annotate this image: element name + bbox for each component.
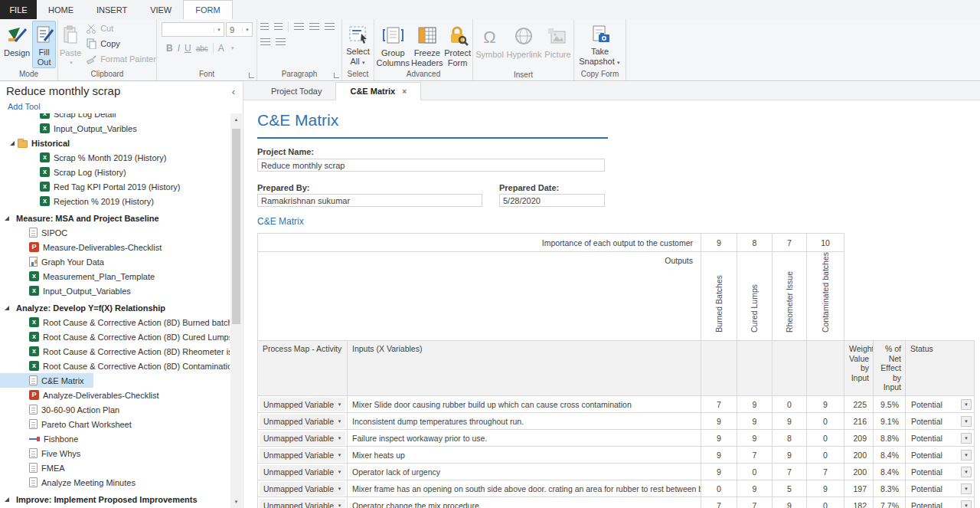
tree-section-analyze[interactable]: Analyze: Develop Y=f(X) Relationship (0, 300, 230, 315)
tree-item[interactable]: FMEA (0, 460, 230, 475)
align-right-icon[interactable] (325, 23, 335, 31)
tree-item[interactable]: Red Tag KPI Portal 2019 (History) (0, 179, 230, 194)
font-color-button[interactable]: A (218, 43, 224, 54)
tab-home[interactable]: HOME (37, 0, 85, 19)
design-button[interactable]: Design (2, 21, 32, 68)
score-cell[interactable]: 0 (773, 396, 807, 413)
protect-form-button[interactable]: Protect Form (444, 21, 471, 68)
score-cell[interactable]: 0 (701, 480, 737, 497)
status-dropdown[interactable]: Potential▼ (907, 465, 972, 479)
paste-button[interactable]: Paste ▼ (60, 21, 81, 68)
activity-dropdown[interactable]: Unmapped Variable▼ (260, 465, 345, 479)
input-variable-cell[interactable]: Operator lack of urgency (348, 464, 701, 480)
activity-dropdown[interactable]: Unmapped Variable▼ (260, 398, 345, 411)
score-cell[interactable]: 9 (773, 447, 807, 464)
scrollbar-thumb[interactable] (232, 129, 240, 324)
numbered-list-icon[interactable] (274, 23, 283, 31)
tree-item[interactable]: 30-60-90 Action Plan (0, 402, 230, 417)
input-variable-cell[interactable]: Inconsistent dump temperatures throughou… (348, 413, 701, 430)
output-header[interactable]: Cured Lumps (737, 252, 773, 341)
fill-out-button[interactable]: Fill Out (32, 21, 56, 68)
font-name-combo[interactable]: ▼ (162, 22, 224, 37)
output-header[interactable]: Rheometer Issue (773, 252, 807, 341)
score-cell[interactable]: 9 (701, 464, 737, 480)
tree-item-ce-matrix[interactable]: C&E Matrix (0, 373, 93, 388)
tree-item[interactable]: Input_Output_Variables (0, 283, 230, 298)
score-cell[interactable]: 9 (807, 396, 844, 413)
tree-item[interactable]: Input_Output_Varibles (0, 121, 230, 136)
importance-value[interactable]: 9 (701, 234, 737, 252)
collapse-panel-icon[interactable]: ‹ (232, 86, 235, 97)
tree-section-measure[interactable]: Measure: MSA and Project Baseline (0, 211, 230, 225)
activity-dropdown[interactable]: Unmapped Variable▼ (260, 431, 345, 445)
score-cell[interactable]: 9 (737, 413, 773, 430)
align-center-icon[interactable] (309, 23, 319, 31)
status-dropdown[interactable]: Potential▼ (907, 398, 972, 411)
score-cell[interactable]: 0 (737, 464, 773, 480)
tree-item[interactable]: SIPOC (0, 225, 230, 240)
tab-view[interactable]: VIEW (139, 0, 183, 19)
score-cell[interactable]: 7 (737, 447, 773, 464)
copy-button[interactable]: Copy (83, 36, 158, 51)
score-cell[interactable]: 9 (737, 430, 773, 447)
tree-item[interactable]: Analyze Meeting Minutes (0, 475, 230, 490)
scroll-down-icon[interactable]: ▼ (230, 496, 242, 508)
underline-button[interactable]: U (185, 43, 191, 54)
tab-insert[interactable]: INSERT (85, 0, 139, 19)
tree-item[interactable]: Scrap % Month 2019 (History) (0, 150, 230, 165)
paragraph-dialog-launcher[interactable] (334, 73, 339, 78)
tree-item[interactable]: Fishbone (0, 431, 230, 446)
expand-arrow-icon[interactable] (5, 497, 9, 502)
score-cell[interactable]: 0 (807, 447, 844, 464)
score-cell[interactable]: 0 (807, 413, 844, 430)
status-dropdown[interactable]: Potential▼ (907, 431, 972, 445)
add-tool-link[interactable]: Add Tool (8, 102, 41, 111)
symbol-button[interactable]: Ω Symbol (475, 22, 505, 70)
status-dropdown[interactable]: Potential▼ (907, 499, 972, 508)
score-cell[interactable]: 5 (773, 480, 807, 497)
font-dialog-launcher[interactable] (249, 73, 254, 78)
strikethrough-button[interactable]: abc (196, 44, 208, 53)
take-snapshot-button[interactable]: Take Snapshot▼ (577, 21, 623, 68)
cut-button[interactable]: Cut (83, 21, 158, 36)
score-cell[interactable]: 0 (807, 430, 844, 447)
hyperlink-button[interactable]: Hyperlink (505, 22, 544, 70)
scroll-up-icon[interactable]: ▲ (230, 113, 242, 126)
tab-project-today[interactable]: Project Today (257, 82, 335, 100)
tree-item[interactable]: Root Cause & Corrective Action (8D) Cont… (0, 359, 230, 373)
tree-item[interactable]: Root Cause & Corrective Action (8D) Rheo… (0, 344, 230, 359)
freeze-headers-button[interactable]: Freeze Headers (410, 21, 445, 68)
input-variable-cell[interactable]: Operator change the mix procedure. (348, 497, 701, 508)
score-cell[interactable]: 7 (701, 396, 737, 413)
input-variable-cell[interactable]: Mixer heats up (348, 447, 701, 464)
align-left-icon[interactable] (294, 23, 304, 31)
increase-indent-icon[interactable] (276, 38, 286, 47)
activity-dropdown[interactable]: Unmapped Variable▼ (260, 499, 345, 508)
score-cell[interactable]: 7 (701, 497, 737, 508)
prepared-date-field[interactable] (499, 194, 605, 207)
status-dropdown[interactable]: Potential▼ (907, 448, 972, 462)
score-cell[interactable]: 9 (701, 413, 737, 430)
score-cell[interactable]: 9 (737, 396, 773, 413)
tree-item[interactable]: Measure-Deliverables-Checklist (0, 240, 230, 254)
group-columns-button[interactable]: Group Columns (376, 21, 410, 68)
bold-button[interactable]: B (166, 43, 173, 54)
score-cell[interactable]: 0 (807, 497, 844, 508)
file-tab[interactable]: FILE (0, 0, 37, 19)
score-cell[interactable]: 9 (701, 430, 737, 447)
tree-item[interactable]: Graph Your Data (0, 254, 230, 269)
score-cell[interactable]: 9 (773, 413, 807, 430)
importance-value[interactable]: 8 (737, 234, 773, 252)
tree-item[interactable]: Scrap Log (History) (0, 165, 230, 179)
input-variable-cell[interactable]: Failure inspect workaway prior to use. (348, 430, 701, 447)
tree-item[interactable]: Five Whys (0, 446, 230, 460)
tree-item[interactable]: Root Cause & Corrective Action (8D) Cure… (0, 329, 230, 344)
input-variable-cell[interactable]: Mixer Slide door causing rubber build up… (348, 396, 701, 413)
tree-section-improve[interactable]: Improve: Implement Proposed Improvements (0, 492, 230, 506)
navigator-scrollbar[interactable]: ▲ ▼ (230, 113, 242, 508)
font-size-combo[interactable]: 9 ▼ (226, 22, 253, 37)
italic-button[interactable]: I (178, 43, 180, 54)
score-cell[interactable]: 7 (737, 497, 773, 508)
picture-button[interactable]: Picture (544, 22, 572, 70)
tree-item[interactable]: Scrap Log Detail (0, 113, 230, 121)
